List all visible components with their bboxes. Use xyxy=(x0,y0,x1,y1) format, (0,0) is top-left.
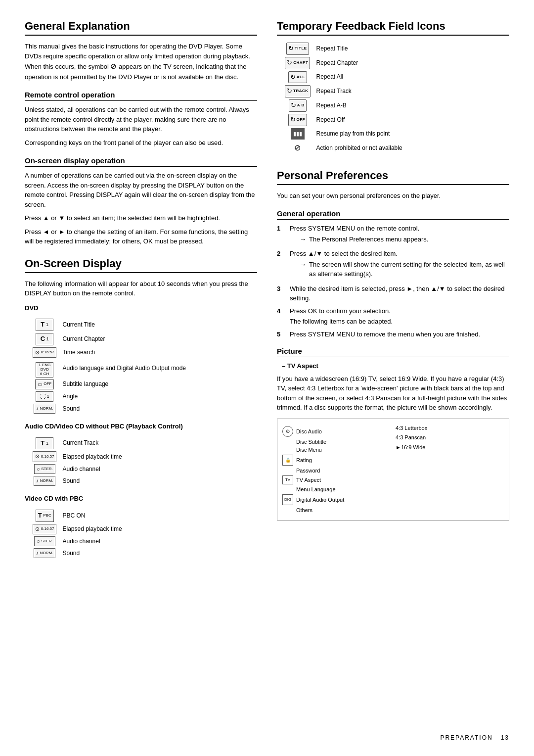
repeat-all-icon: ↻ ALL xyxy=(282,70,313,85)
left-column: General Explanation This manual gives th… xyxy=(25,20,257,562)
dvd-desc-chapter: Current Chapter xyxy=(59,332,189,346)
onscreen-display-op-title: On-screen display operation xyxy=(25,156,257,167)
repeat-chapt-icon: ↻ CHAPT xyxy=(282,56,313,70)
table-row: ⊘ Action prohibited or not available xyxy=(282,141,405,155)
audio-cd-section-label: Audio CD/Video CD without PBC (Playback … xyxy=(25,422,257,431)
table-row: ↻ TRACK Repeat Track xyxy=(282,84,405,98)
onscreen-display-title: On-Screen Display xyxy=(25,257,257,273)
tv-aspect-menu-box: ⊙ Disc Audio Disc Subtitle Disc Menu 🔒 R… xyxy=(277,419,509,520)
page-footer: PREPARATION 13 xyxy=(440,734,509,741)
table-row: T 1 Current Track xyxy=(30,436,125,451)
dvd-desc-title: Current Title xyxy=(59,318,189,332)
repeat-track-icon: ↻ TRACK xyxy=(282,84,313,98)
menu-row-disc-subtitle: Disc Subtitle xyxy=(282,439,391,445)
vcd-desc-sound: Sound xyxy=(59,547,125,559)
repeat-off-desc: Repeat Off xyxy=(313,113,405,127)
vcd-desc-audio: Audio channel xyxy=(59,535,125,547)
list-item: Press SYSTEM MENU on the remote control.… xyxy=(277,224,509,246)
menu-item-rating: Rating xyxy=(296,457,312,463)
step-2-sub-text: The screen will show the current setting… xyxy=(309,260,509,279)
step-1-sub: The Personal Preferences menu appears. xyxy=(300,235,428,244)
table-row: ♪ NORM. Sound xyxy=(30,403,189,415)
feedback-icons-table: ↻ TITLE Repeat Title ↻ CHAPT Repeat Chap… xyxy=(282,42,405,155)
step-4-text: Press OK to confirm your selection. xyxy=(290,307,391,315)
step-1-text: Press SYSTEM MENU on the remote control. xyxy=(290,225,419,232)
table-row: ⊙ 0:16:57 Elapsed playback time xyxy=(30,523,125,536)
menu-row-disc-menu: Disc Menu xyxy=(282,447,391,453)
menu-option-widescreen: ►16:9 Wide xyxy=(396,443,504,452)
dvd-icon-title: T 1 xyxy=(30,318,59,332)
remote-control-text: Unless stated, all operations can be car… xyxy=(25,105,257,134)
menu-row-tv-aspect: TV TV Aspect xyxy=(282,475,391,484)
table-row: ♪ NORM. Sound xyxy=(30,547,125,559)
audio-cd-icon-table: T 1 Current Track ⊙ 0:16:57 Elapsed play… xyxy=(30,436,125,487)
step-1-sub-text: The Personal Preferences menu appears. xyxy=(309,235,428,244)
table-row: T PBC PBC ON xyxy=(30,509,125,523)
menu-row-menu-language: Menu Language xyxy=(282,486,391,492)
table-row: ↻ A B Repeat A-B xyxy=(282,98,405,113)
vcd-icon-time: ⊙ 0:16:57 xyxy=(30,523,59,536)
menu-item-disc-subtitle: Disc Subtitle xyxy=(296,439,326,445)
remote-control-text2: Corresponding keys on the front panel of… xyxy=(25,138,257,148)
personal-preferences-intro: You can set your own personal preference… xyxy=(277,191,509,201)
table-row: ↻ OFF Repeat Off xyxy=(282,113,405,127)
dvd-icon-subtitle: ▭ OFF xyxy=(30,378,59,390)
menu-item-others: Others xyxy=(296,507,312,513)
dvd-icon-audio: 1 ENGDVD6 CH xyxy=(30,359,59,378)
resume-desc: Resume play from this point xyxy=(313,127,405,141)
right-column: Temporary Feedback Field Icons ↻ TITLE R… xyxy=(277,20,509,562)
picture-title: Picture xyxy=(277,347,509,357)
repeat-title-icon: ↻ TITLE xyxy=(282,42,313,56)
repeat-title-desc: Repeat Title xyxy=(313,42,405,56)
repeat-chapt-desc: Repeat Chapter xyxy=(313,56,405,70)
repeat-off-icon: ↻ OFF xyxy=(282,113,313,127)
general-explanation-intro: This manual gives the basic instructions… xyxy=(25,42,257,82)
acd-desc-track: Current Track xyxy=(59,436,125,451)
vcd-icon-pbc: T PBC xyxy=(30,509,59,523)
dvd-desc-subtitle: Subtitle language xyxy=(59,378,189,390)
dvd-icon-sound: ♪ NORM. xyxy=(30,403,59,415)
repeat-all-desc: Repeat All xyxy=(313,70,405,85)
acd-icon-track: T 1 xyxy=(30,436,59,451)
dvd-desc-angle: Angle xyxy=(59,390,189,403)
table-row: ⊙ 0:16:57 Elapsed playback time xyxy=(30,450,125,463)
menu-row-password: Password xyxy=(282,468,391,473)
menu-option-panscan: 4:3 Panscan xyxy=(396,433,504,442)
acd-desc-audio: Audio channel xyxy=(59,463,125,475)
onscreen-display-op-text1: A number of operations can be carried ou… xyxy=(25,171,257,209)
menu-item-disc-audio: Disc Audio xyxy=(296,428,322,434)
onscreen-display-op-text3: Press ◄ or ► to change the setting of an… xyxy=(25,227,257,246)
acd-icon-audio: ♫ STER. xyxy=(30,463,59,475)
general-operation-title: General operation xyxy=(277,209,509,220)
table-row: C 1 Current Chapter xyxy=(30,332,189,346)
repeat-ab-icon: ↻ A B xyxy=(282,98,313,113)
prohibited-desc: Action prohibited or not available xyxy=(313,141,405,155)
step-4-sub: The following items can be adapted. xyxy=(290,317,393,327)
dvd-desc-sound: Sound xyxy=(59,403,189,415)
table-row: ⛶ 1 Angle xyxy=(30,390,189,403)
list-item: Press ▲/▼ to select the desired item. Th… xyxy=(277,249,509,281)
table-row: ↻ CHAPT Repeat Chapter xyxy=(282,56,405,70)
vcd-desc-time: Elapsed playback time xyxy=(59,523,125,536)
table-row: ♫ STER. Audio channel xyxy=(30,463,125,475)
tv-aspect-text: If you have a widescreen (16:9) TV, sele… xyxy=(277,374,509,413)
vcd-icon-sound: ♪ NORM. xyxy=(30,547,59,559)
table-row: T 1 Current Title xyxy=(30,318,189,332)
table-row: ▮▮▮ Resume play from this point xyxy=(282,127,405,141)
menu-row-others: Others xyxy=(282,507,391,513)
feedback-icons-title: Temporary Feedback Field Icons xyxy=(277,20,509,36)
acd-icon-sound: ♪ NORM. xyxy=(30,475,59,487)
dvd-icon-table: T 1 Current Title C 1 Current Chapter ⊙ … xyxy=(30,318,189,415)
menu-item-tv-aspect: TV Aspect xyxy=(296,477,321,483)
list-item: Press SYSTEM MENU to remove the menu whe… xyxy=(277,330,509,339)
video-cd-icon-table: T PBC PBC ON ⊙ 0:16:57 Elapsed playback … xyxy=(30,509,125,560)
prohibited-icon: ⊘ xyxy=(282,141,313,155)
acd-desc-time: Elapsed playback time xyxy=(59,450,125,463)
vcd-desc-pbc: PBC ON xyxy=(59,509,125,523)
menu-item-menu-language: Menu Language xyxy=(296,486,336,492)
list-item: Press OK to confirm your selection. The … xyxy=(277,306,509,327)
table-row: ⊙ 0:16:57 Time search xyxy=(30,346,189,359)
menu-item-digital-audio: Digital Audio Output xyxy=(296,497,344,503)
menu-row-disc-audio: ⊙ Disc Audio xyxy=(282,426,391,437)
dvd-icon-angle: ⛶ 1 xyxy=(30,390,59,403)
